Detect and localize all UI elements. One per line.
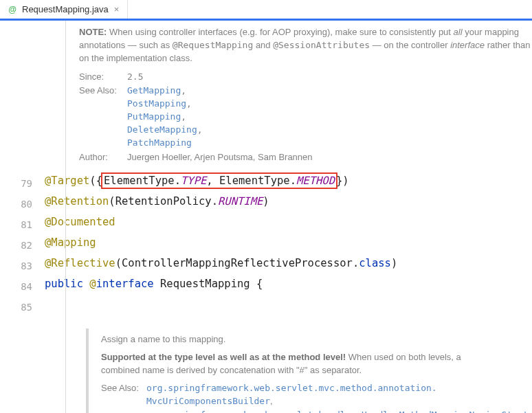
line-number: 85 (0, 297, 32, 317)
line-number: 81 (0, 214, 32, 235)
line-number: 82 (0, 235, 32, 256)
code-line-79: @Target({ElementType.TYPE, ElementType.M… (45, 170, 532, 191)
doc2-p1: Assign a name to this mapping. (101, 333, 498, 346)
doc2-p2: Supported at the type level as well as a… (101, 350, 498, 377)
code-line-80: @Retention(RetentionPolicy.RUNTIME) (45, 191, 532, 212)
link-mvcuri[interactable]: org.springframework.web.servlet.mvc.meth… (146, 383, 437, 407)
javadoc-block-2: Assign a name to this mapping. Supported… (86, 328, 498, 413)
author-value: Juergen Hoeller, Arjen Poutsma, Sam Bran… (127, 151, 532, 164)
javadoc-meta: Since: 2.5 See Also: GetMapping, PostMap… (79, 71, 532, 164)
see-also-links: GetMapping, PostMapping, PutMapping, Del… (127, 85, 532, 149)
since-value: 2.5 (127, 71, 532, 84)
editor-main: NOTE: When using controller interfaces (… (45, 21, 532, 413)
tab-bar: @ RequestMapping.java × (0, 0, 532, 21)
author-label: Author: (79, 151, 127, 164)
annotation-icon: @ (7, 4, 18, 15)
line-number: 84 (0, 276, 32, 297)
link-putmapping[interactable]: PutMapping (127, 111, 181, 122)
javadoc-block: NOTE: When using controller interfaces (… (79, 21, 532, 164)
javadoc-note: NOTE: When using controller interfaces (… (79, 26, 532, 65)
line-gutter: 79 80 81 82 83 84 85 (0, 21, 45, 413)
link-deletemapping[interactable]: DeleteMapping (127, 124, 197, 135)
editor: 79 80 81 82 83 84 85 NOTE: When using co… (0, 21, 532, 413)
since-label: Since: (79, 71, 127, 84)
code-area[interactable]: @Target({ElementType.TYPE, ElementType.M… (45, 170, 532, 315)
line-number: 80 (0, 194, 32, 214)
code-line-84: public @interface RequestMapping { (45, 274, 532, 294)
link-getmapping[interactable]: GetMapping (127, 85, 181, 96)
code-line-81: @Documented (45, 212, 532, 232)
code-line-85 (45, 294, 532, 315)
link-patchmapping[interactable]: PatchMapping (127, 137, 192, 148)
tab-label: RequestMapping.java (22, 4, 109, 14)
editor-tab[interactable]: @ RequestMapping.java × (0, 0, 128, 19)
link-postmapping[interactable]: PostMapping (127, 98, 186, 109)
note-label: NOTE: (79, 27, 107, 37)
see-also-label-2: See Also: (101, 381, 146, 413)
see-also-label: See Also: (79, 85, 127, 149)
code-line-83: @Reflective(ControllerMappingReflectiveP… (45, 253, 532, 274)
line-number: 79 (0, 173, 32, 194)
line-number: 83 (0, 256, 32, 276)
close-icon[interactable]: × (113, 4, 121, 14)
code-line-82: @Mapping (45, 232, 532, 253)
fold-guide (65, 21, 66, 413)
